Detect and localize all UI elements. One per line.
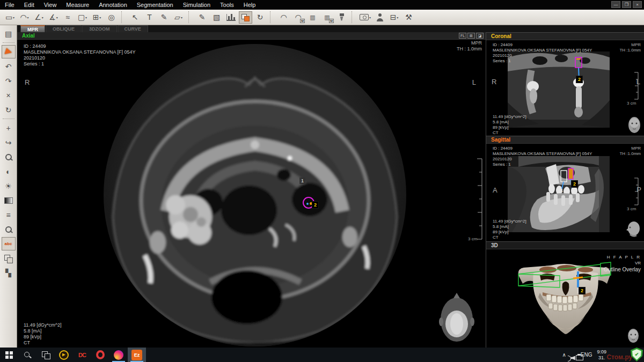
- fl-button[interactable]: FL: [459, 33, 466, 39]
- tray-clock[interactable]: 9:09 31.: [597, 349, 606, 361]
- reference-grid-icon[interactable]: ⊞: [90, 11, 104, 24]
- rotate-reset-icon[interactable]: ↻: [2, 103, 16, 116]
- ma-value: 5.8 [mA]: [24, 328, 42, 334]
- minimize-button[interactable]: —: [611, 1, 620, 8]
- redo-icon[interactable]: ↷: [2, 74, 16, 87]
- three-d-view: 3D H F A P L R VR Outline Overlay 2: [486, 241, 644, 348]
- arrow-pointer-icon[interactable]: ↖: [128, 11, 142, 24]
- tab-curve[interactable]: CURVE: [118, 25, 148, 32]
- patient-profile-icon[interactable]: [373, 11, 386, 24]
- volume-cylinder-icon[interactable]: ◎: [105, 11, 118, 24]
- windowing-gradient-icon[interactable]: [2, 194, 16, 207]
- edit-memo-icon[interactable]: ✎: [195, 11, 209, 24]
- implant-marker-1[interactable]: 1: [559, 187, 565, 194]
- shape-polygon-icon[interactable]: ▱: [172, 11, 185, 24]
- orientation-head-3d: [626, 328, 640, 345]
- tray-chevron-icon[interactable]: ∧: [562, 352, 566, 358]
- opera-app-icon[interactable]: [91, 348, 109, 362]
- tab-3dzoom[interactable]: 3DZOOM: [82, 25, 117, 32]
- histogram-icon[interactable]: [224, 11, 238, 24]
- settings-tools-icon[interactable]: ⚒: [402, 11, 415, 24]
- print-icon[interactable]: ▤: [2, 27, 16, 40]
- arch-curve-icon[interactable]: ◠: [277, 11, 290, 24]
- patient-id: ID : 24409: [493, 146, 513, 151]
- angle-icon[interactable]: ∠: [32, 11, 46, 24]
- stack-scroll-icon[interactable]: ≡: [2, 208, 16, 221]
- axial-viewport[interactable]: [17, 40, 486, 348]
- panorama-teeth-icon[interactable]: ▥: [306, 11, 319, 24]
- instagram-app-icon[interactable]: [109, 348, 128, 362]
- anydesk-app-icon[interactable]: [55, 348, 73, 362]
- menu-segmentation[interactable]: Segmentation: [132, 0, 178, 10]
- capture-camera-icon[interactable]: [358, 11, 372, 24]
- three-d-title: 3D: [491, 242, 498, 248]
- axial-header: Axial FL ⊞ ◪: [17, 32, 486, 40]
- implant-marker-2[interactable]: 2: [571, 180, 578, 188]
- coronal-view: Coronal ID : 24409 MASLENNIKOVA OKSANA S…: [486, 32, 644, 136]
- start-button[interactable]: [0, 348, 18, 362]
- implant-marker-2[interactable]: 2: [579, 287, 586, 294]
- overlay-compare-icon[interactable]: [239, 11, 252, 24]
- zoom-icon[interactable]: [2, 150, 16, 164]
- menu-tools[interactable]: Tools: [215, 0, 239, 10]
- three-d-header: 3D: [486, 242, 644, 249]
- kvp-value: 89 [kVp]: [493, 230, 508, 235]
- angle-3d-icon[interactable]: ∡: [47, 11, 60, 24]
- rotate-3d-icon[interactable]: ↪: [2, 136, 16, 149]
- menu-measure[interactable]: Measure: [61, 0, 94, 10]
- ruler-icon[interactable]: ▭: [3, 11, 17, 24]
- profile-graph-icon[interactable]: ≈: [61, 11, 75, 24]
- task-view-button[interactable]: [36, 348, 55, 362]
- delete-annotation-icon[interactable]: ×: [2, 88, 16, 102]
- menu-annotation[interactable]: Annotation: [94, 0, 132, 10]
- adobe-dc-app-icon[interactable]: DC: [73, 348, 91, 362]
- outline-overlay-label: Outline Overlay: [604, 267, 641, 272]
- text-annotation-icon[interactable]: T: [143, 11, 156, 24]
- select-area-icon[interactable]: ▧: [210, 11, 223, 24]
- menu-view[interactable]: View: [39, 0, 62, 10]
- reset-views-icon[interactable]: ↻: [253, 11, 267, 24]
- implant-tool-icon[interactable]: [335, 11, 348, 24]
- preview-zoom-icon[interactable]: [2, 223, 16, 236]
- menu-help[interactable]: Help: [239, 0, 261, 10]
- orientation-left-label: L: [636, 78, 640, 86]
- undo-icon[interactable]: ↶: [2, 60, 16, 73]
- menu-edit[interactable]: Edit: [19, 0, 39, 10]
- restore-button[interactable]: ❐: [622, 1, 631, 8]
- tape-measure-icon[interactable]: ◠: [18, 11, 31, 24]
- study-date: 20210120: [493, 53, 512, 58]
- roi-rectangle-icon[interactable]: ▢: [76, 11, 89, 24]
- orientation-head-sagittal: [626, 220, 641, 239]
- taskbar-search-button[interactable]: [18, 348, 36, 362]
- orientation-head-coronal: [627, 115, 642, 135]
- overlay-copy-icon[interactable]: [2, 252, 16, 265]
- patient-name: MASLENNIKOVA OKSANA STEFANOVNA [F] 054Y: [24, 49, 135, 55]
- tray-date: 31.: [597, 355, 606, 361]
- dose-value: 11.49 [dGy*cm^2]: [24, 322, 62, 328]
- toolbar-separator: [270, 11, 274, 23]
- ez3d-app-icon[interactable]: Ez: [128, 348, 146, 362]
- arch-curve-manual-icon[interactable]: ◠M: [291, 11, 305, 24]
- sidebar-separator: [3, 42, 14, 43]
- tab-oblique[interactable]: OBLIQUE: [46, 25, 82, 32]
- implant-marker-2[interactable]: 2: [576, 76, 583, 83]
- layout-preset-icon[interactable]: ⊟: [387, 11, 401, 24]
- ma-value: 5.8 [mA]: [493, 224, 509, 230]
- contrast-icon[interactable]: ◐: [2, 165, 16, 178]
- implant-marker-2[interactable]: 2: [312, 201, 319, 209]
- tile-blocks-icon[interactable]: ▚: [2, 266, 16, 279]
- brightness-icon[interactable]: ☀: [2, 179, 16, 193]
- pan-icon[interactable]: +: [2, 121, 16, 135]
- close-button[interactable]: ×: [633, 1, 642, 8]
- panorama-teeth-manual-icon[interactable]: ▥M: [320, 11, 334, 24]
- expand-button[interactable]: ◪: [476, 33, 484, 39]
- right-view-column: Coronal ID : 24409 MASLENNIKOVA OKSANA S…: [486, 32, 644, 348]
- menu-file[interactable]: File: [0, 0, 19, 10]
- implant-marker-1[interactable]: 1: [299, 178, 305, 184]
- tab-mpr[interactable]: MPR: [20, 25, 45, 32]
- pencil-draw-icon[interactable]: ✎: [157, 11, 171, 24]
- pointer-select-icon[interactable]: [2, 45, 16, 58]
- grid-layout-button[interactable]: ⊞: [467, 33, 475, 39]
- menu-simulation[interactable]: Simulation: [178, 0, 215, 10]
- text-abc-icon[interactable]: abc: [2, 237, 16, 250]
